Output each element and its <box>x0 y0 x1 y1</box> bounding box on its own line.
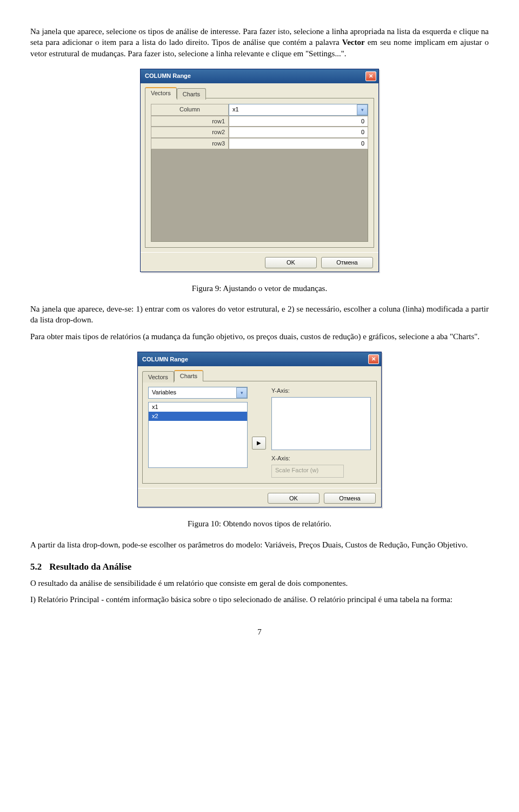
paragraph-6: I) Relatório Principal - contém informaç… <box>30 594 489 605</box>
dialog-button-bar: OK Отмена <box>141 252 378 272</box>
chevron-down-icon[interactable]: ▾ <box>357 104 368 115</box>
cancel-button[interactable]: Отмена <box>324 493 376 504</box>
section-number: 5.2 <box>30 562 42 572</box>
column-range-dialog-charts: COLUMN Range ✕ Vectors Charts Variables … <box>137 352 382 507</box>
paragraph-2: Na janela que aparece, deve-se: 1) entra… <box>30 303 489 326</box>
tab-vectors[interactable]: Vectors <box>145 87 177 98</box>
dialog-titlebar: COLUMN Range ✕ <box>141 69 378 83</box>
variables-select-value: Variables <box>149 387 236 398</box>
section-5-2-heading: 5.2Resultado da Análise <box>30 561 489 573</box>
paragraph-1: Na janela que aparece, selecione os tipo… <box>30 26 489 59</box>
scale-factor-input: Scale Factor (w) <box>271 465 344 478</box>
ok-button[interactable]: OK <box>265 257 317 268</box>
column-range-dialog-vectors: COLUMN Range ✕ Vectors Charts Column x1 … <box>140 69 379 272</box>
tab-charts[interactable]: Charts <box>177 88 206 100</box>
variables-group: Variables ▾ x1 x2 <box>148 387 248 468</box>
row1-label: row1 <box>151 116 229 127</box>
tab-vectors[interactable]: Vectors <box>142 371 174 382</box>
yaxis-label: Y-Axis: <box>271 387 371 395</box>
dialog-title: COLUMN Range <box>142 355 188 364</box>
row1-value[interactable]: 0 <box>229 116 368 127</box>
column-header-label: Column <box>151 104 229 116</box>
paragraph-4: A partir da lista drop-down, pode-se esc… <box>30 539 489 550</box>
cancel-button[interactable]: Отмена <box>321 257 373 268</box>
vector-keyword: Vector <box>342 38 365 47</box>
row3-value[interactable]: 0 <box>229 138 368 149</box>
tab-panel-vectors: Column x1 ▾ row1 0 row2 0 <box>145 98 374 248</box>
page-number: 7 <box>30 626 489 637</box>
list-item[interactable]: x2 <box>149 412 247 421</box>
grid-empty-area <box>151 149 368 242</box>
axis-group: Y-Axis: X-Axis: Scale Factor (w) <box>271 387 371 478</box>
dialog-button-bar: OK Отмена <box>138 488 381 507</box>
figure-10-caption: Figura 10: Obtendo novos tipos de relató… <box>30 518 489 529</box>
yaxis-list[interactable] <box>271 397 371 450</box>
figure-9: COLUMN Range ✕ Vectors Charts Column x1 … <box>30 69 489 272</box>
column-select[interactable]: x1 ▾ <box>229 104 368 116</box>
tab-charts[interactable]: Charts <box>174 370 203 381</box>
dialog-titlebar: COLUMN Range ✕ <box>138 352 381 366</box>
tab-strip: Vectors Charts <box>145 87 374 98</box>
row3-label: row3 <box>151 138 229 149</box>
figure-10: COLUMN Range ✕ Vectors Charts Variables … <box>30 352 489 507</box>
section-title: Resultado da Análise <box>49 562 131 572</box>
xaxis-label: X-Axis: <box>271 454 371 463</box>
column-select-value: x1 <box>229 104 357 115</box>
list-item[interactable]: x1 <box>149 402 247 412</box>
chevron-down-icon[interactable]: ▾ <box>236 387 247 398</box>
variables-select[interactable]: Variables ▾ <box>148 387 248 399</box>
add-arrow-button[interactable]: ▶ <box>252 437 266 450</box>
ok-button[interactable]: OK <box>268 493 320 504</box>
paragraph-3: Para obter mais tipos de relatórios (a m… <box>30 331 489 342</box>
variables-list[interactable]: x1 x2 <box>148 402 248 468</box>
row2-value[interactable]: 0 <box>229 127 368 138</box>
paragraph-5: O resultado da análise de sensibilidade … <box>30 578 489 589</box>
figure-9-caption: Figura 9: Ajustando o vetor de mudanças. <box>30 283 489 294</box>
dialog-title: COLUMN Range <box>145 72 191 80</box>
tab-strip: Vectors Charts <box>142 370 377 381</box>
row2-label: row2 <box>151 127 229 138</box>
close-icon[interactable]: ✕ <box>368 354 379 364</box>
close-icon[interactable]: ✕ <box>365 71 376 81</box>
tab-panel-charts: Variables ▾ x1 x2 ▶ Y-Axis: <box>142 381 377 484</box>
